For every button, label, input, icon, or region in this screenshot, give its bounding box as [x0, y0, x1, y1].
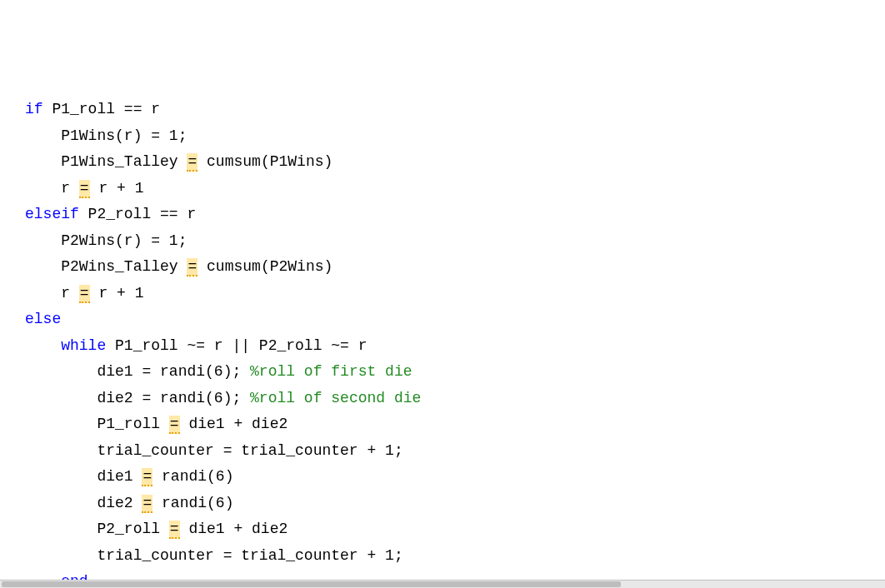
- code-token: P1Wins(r) = 1;: [61, 127, 187, 144]
- code-token: P2_roll: [97, 521, 168, 537]
- code-token: die1 = randi(6);: [97, 363, 250, 380]
- code-line[interactable]: r = r + 1: [25, 176, 885, 202]
- code-token: P2_roll == r: [79, 206, 196, 222]
- code-token: die2 = randi(6);: [97, 390, 250, 406]
- warning-token: =: [187, 258, 198, 277]
- code-token: trial_counter = trial_counter + 1;: [97, 442, 402, 459]
- code-line[interactable]: die2 = randi(6): [25, 491, 885, 517]
- code-line[interactable]: P2Wins_Talley = cumsum(P2Wins): [25, 254, 885, 281]
- code-line[interactable]: trial_counter = trial_counter + 1;: [25, 438, 885, 465]
- warning-token: =: [79, 285, 90, 303]
- code-token: trial_counter = trial_counter + 1;: [97, 547, 402, 564]
- code-line[interactable]: P2_roll = die1 + die2: [25, 516, 885, 543]
- keyword-token: else: [25, 311, 61, 327]
- code-token: P2Wins_Talley: [61, 258, 187, 275]
- warning-token: =: [142, 495, 152, 513]
- code-line[interactable]: die1 = randi(6); %roll of first die: [25, 359, 885, 386]
- code-line[interactable]: trial_counter = trial_counter + 1;: [25, 543, 885, 570]
- code-line[interactable]: if P1_roll == r: [25, 97, 885, 123]
- code-token: die2: [97, 495, 142, 511]
- code-token: die1 + die2: [180, 416, 288, 432]
- code-line[interactable]: die2 = randi(6); %roll of second die: [25, 386, 885, 412]
- code-token: r + 1: [90, 180, 144, 197]
- horizontal-scrollbar[interactable]: [0, 580, 885, 588]
- code-token: randi(6): [152, 495, 233, 511]
- code-line[interactable]: P2Wins(r) = 1;: [25, 228, 885, 255]
- code-line[interactable]: P1_roll = die1 + die2: [25, 411, 885, 438]
- code-token: r + 1: [90, 285, 144, 301]
- code-token: r: [61, 285, 79, 301]
- code-line[interactable]: P1Wins_Talley = cumsum(P1Wins): [25, 149, 885, 176]
- warning-token: =: [169, 416, 180, 434]
- comment-token: %roll of first die: [250, 363, 412, 380]
- code-line[interactable]: die1 = randi(6): [25, 464, 885, 491]
- code-token: die1: [97, 468, 142, 485]
- code-token: r: [61, 180, 79, 197]
- warning-token: =: [142, 468, 152, 486]
- code-token: randi(6): [152, 468, 233, 485]
- comment-token: %roll of second die: [250, 390, 421, 406]
- scrollbar-thumb[interactable]: [2, 581, 621, 587]
- code-line[interactable]: P1Wins(r) = 1;: [25, 123, 885, 150]
- code-token: P1_roll == r: [43, 101, 160, 117]
- warning-token: =: [79, 180, 90, 198]
- code-token: P1_roll: [97, 416, 168, 432]
- code-token: P1_roll ~= r || P2_roll ~= r: [106, 337, 367, 354]
- keyword-token: if: [25, 101, 43, 117]
- code-token: cumsum(P2Wins): [198, 258, 332, 275]
- code-line[interactable]: while P1_roll ~= r || P2_roll ~= r: [25, 333, 885, 360]
- code-token: cumsum(P1Wins): [198, 153, 332, 170]
- keyword-token: while: [61, 337, 106, 354]
- warning-token: =: [169, 521, 180, 539]
- code-token: P2Wins(r) = 1;: [61, 232, 187, 249]
- code-token: P1Wins_Talley: [61, 153, 187, 170]
- code-editor[interactable]: if P1_roll == r P1Wins(r) = 1; P1Wins_Ta…: [25, 97, 885, 588]
- code-line[interactable]: elseif P2_roll == r: [25, 202, 885, 228]
- keyword-token: elseif: [25, 206, 79, 222]
- warning-token: =: [187, 153, 198, 172]
- code-line[interactable]: r = r + 1: [25, 281, 885, 307]
- code-line[interactable]: else: [25, 306, 885, 333]
- code-token: die1 + die2: [180, 521, 288, 537]
